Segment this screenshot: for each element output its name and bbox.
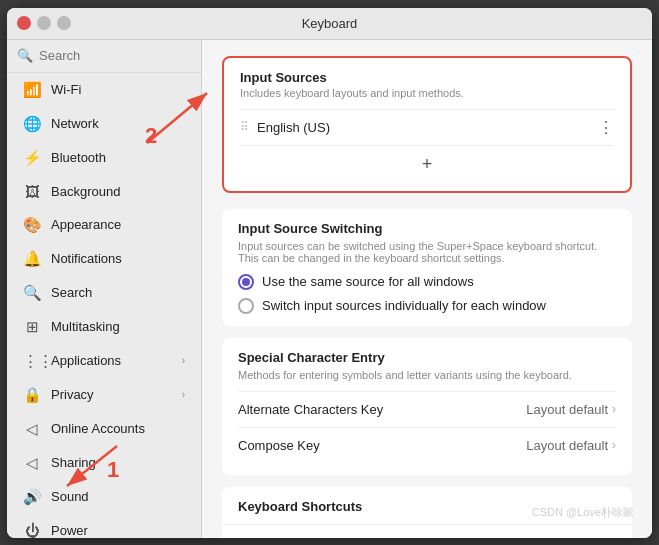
multitasking-icon: ⊞ xyxy=(23,318,41,336)
sidebar-item-wifi[interactable]: 📶 Wi-Fi xyxy=(11,74,197,106)
special-char-subtitle: Methods for entering symbols and letter … xyxy=(238,369,616,381)
sidebar-search-bar: 🔍 ☰ xyxy=(7,40,201,73)
sidebar-item-label: Background xyxy=(51,184,185,199)
alternate-chars-label: Alternate Characters Key xyxy=(238,402,526,417)
chevron-right-icon: › xyxy=(612,402,616,416)
sidebar-item-online-accounts[interactable]: ◁ Online Accounts xyxy=(11,413,197,445)
input-source-switching-section: Input Source Switching Input sources can… xyxy=(222,209,632,326)
input-source-row: ⠿ English (US) ⋮ xyxy=(240,109,614,145)
sidebar-item-privacy[interactable]: 🔒 Privacy › xyxy=(11,379,197,411)
maximize-button[interactable] xyxy=(57,16,71,30)
sidebar-item-label: Privacy xyxy=(51,387,172,402)
search-icon: 🔍 xyxy=(17,48,33,63)
compose-key-value: Layout default xyxy=(526,438,608,453)
chevron-right-icon: › xyxy=(182,355,185,366)
ks-view-customize-row[interactable]: View and Customize Shortcuts › xyxy=(222,524,632,538)
sidebar-item-label: Multitasking xyxy=(51,319,185,334)
sidebar-item-label: Wi-Fi xyxy=(51,82,185,97)
chevron-right-icon: › xyxy=(612,535,616,538)
close-button[interactable] xyxy=(17,16,31,30)
sidebar-item-notifications[interactable]: 🔔 Notifications xyxy=(11,243,197,275)
online-accounts-icon: ◁ xyxy=(23,420,41,438)
main-layout: 🔍 ☰ 📶 Wi-Fi 🌐 Network ⚡ Bluetooth xyxy=(7,40,652,538)
content-area: Input Sources Includes keyboard layouts … xyxy=(202,40,652,538)
sidebar-item-label: Power xyxy=(51,523,185,538)
window-controls xyxy=(17,16,77,30)
ks-view-customize-label: View and Customize Shortcuts xyxy=(238,535,612,538)
radio-same-source[interactable] xyxy=(238,274,254,290)
alternate-chars-value: Layout default xyxy=(526,402,608,417)
sidebar-item-label: Search xyxy=(51,285,185,300)
window-title: Keyboard xyxy=(77,16,582,31)
notifications-icon: 🔔 xyxy=(23,250,41,268)
input-sources-section: Input Sources Includes keyboard layouts … xyxy=(222,56,632,193)
special-char-title: Special Character Entry xyxy=(238,350,616,365)
sidebar-item-power[interactable]: ⏻ Power xyxy=(11,515,197,538)
radio-same-label: Use the same source for all windows xyxy=(262,274,474,289)
alternate-chars-row[interactable]: Alternate Characters Key Layout default … xyxy=(238,391,616,427)
watermark: CSDN @Love朴咏眽 xyxy=(532,505,634,520)
settings-window: Keyboard 🔍 ☰ 📶 Wi-Fi 🌐 Network xyxy=(7,8,652,538)
sidebar-item-network[interactable]: 🌐 Network xyxy=(11,108,197,140)
sidebar-item-label: Sharing xyxy=(51,455,185,470)
search-nav-icon: 🔍 xyxy=(23,284,41,302)
sidebar-item-label: Bluetooth xyxy=(51,150,185,165)
radio-row-individual[interactable]: Switch input sources individually for ea… xyxy=(238,298,616,314)
sidebar-item-sound[interactable]: 🔊 Sound xyxy=(11,481,197,513)
search-input[interactable] xyxy=(39,48,202,63)
source-menu-icon[interactable]: ⋮ xyxy=(598,118,614,137)
minimize-button[interactable] xyxy=(37,16,51,30)
sidebar: 🔍 ☰ 📶 Wi-Fi 🌐 Network ⚡ Bluetooth xyxy=(7,40,202,538)
sidebar-item-applications[interactable]: ⋮⋮ Applications › xyxy=(11,345,197,377)
sidebar-item-appearance[interactable]: 🎨 Appearance xyxy=(11,209,197,241)
chevron-right-icon: › xyxy=(612,438,616,452)
titlebar: Keyboard xyxy=(7,8,652,40)
sidebar-item-bluetooth[interactable]: ⚡ Bluetooth xyxy=(11,142,197,174)
radio-row-same[interactable]: Use the same source for all windows xyxy=(238,274,616,290)
sidebar-item-background[interactable]: 🖼 Background xyxy=(11,176,197,207)
input-sources-title: Input Sources xyxy=(240,70,614,85)
input-sources-inner: Input Sources Includes keyboard layouts … xyxy=(224,58,630,191)
sidebar-item-label: Sound xyxy=(51,489,185,504)
sidebar-item-label: Network xyxy=(51,116,185,131)
radio-individual-source[interactable] xyxy=(238,298,254,314)
privacy-icon: 🔒 xyxy=(23,386,41,404)
sharing-icon: ◁ xyxy=(23,454,41,472)
bluetooth-icon: ⚡ xyxy=(23,149,41,167)
radio-individual-label: Switch input sources individually for ea… xyxy=(262,298,546,313)
wifi-icon: 📶 xyxy=(23,81,41,99)
sidebar-item-multitasking[interactable]: ⊞ Multitasking xyxy=(11,311,197,343)
switching-title: Input Source Switching xyxy=(238,221,616,236)
network-icon: 🌐 xyxy=(23,115,41,133)
drag-handle-icon: ⠿ xyxy=(240,120,249,134)
source-name: English (US) xyxy=(257,120,598,135)
radio-group: Use the same source for all windows Swit… xyxy=(238,274,616,314)
sidebar-item-label: Notifications xyxy=(51,251,185,266)
titlebar-left xyxy=(17,16,77,30)
background-icon: 🖼 xyxy=(23,183,41,200)
add-source-row: + xyxy=(240,145,614,183)
sidebar-item-search[interactable]: 🔍 Search xyxy=(11,277,197,309)
sound-icon: 🔊 xyxy=(23,488,41,506)
input-sources-subtitle: Includes keyboard layouts and input meth… xyxy=(240,87,614,99)
sidebar-item-label: Applications xyxy=(51,353,172,368)
special-character-section: Special Character Entry Methods for ente… xyxy=(222,338,632,475)
compose-key-row[interactable]: Compose Key Layout default › xyxy=(238,427,616,463)
switching-subtitle: Input sources can be switched using the … xyxy=(238,240,616,264)
applications-icon: ⋮⋮ xyxy=(23,352,41,370)
compose-key-label: Compose Key xyxy=(238,438,526,453)
power-icon: ⏻ xyxy=(23,522,41,538)
sidebar-item-label: Appearance xyxy=(51,217,185,232)
sidebar-item-sharing[interactable]: ◁ Sharing xyxy=(11,447,197,479)
chevron-right-icon: › xyxy=(182,389,185,400)
sidebar-item-label: Online Accounts xyxy=(51,421,185,436)
add-source-button[interactable]: + xyxy=(422,154,433,175)
appearance-icon: 🎨 xyxy=(23,216,41,234)
